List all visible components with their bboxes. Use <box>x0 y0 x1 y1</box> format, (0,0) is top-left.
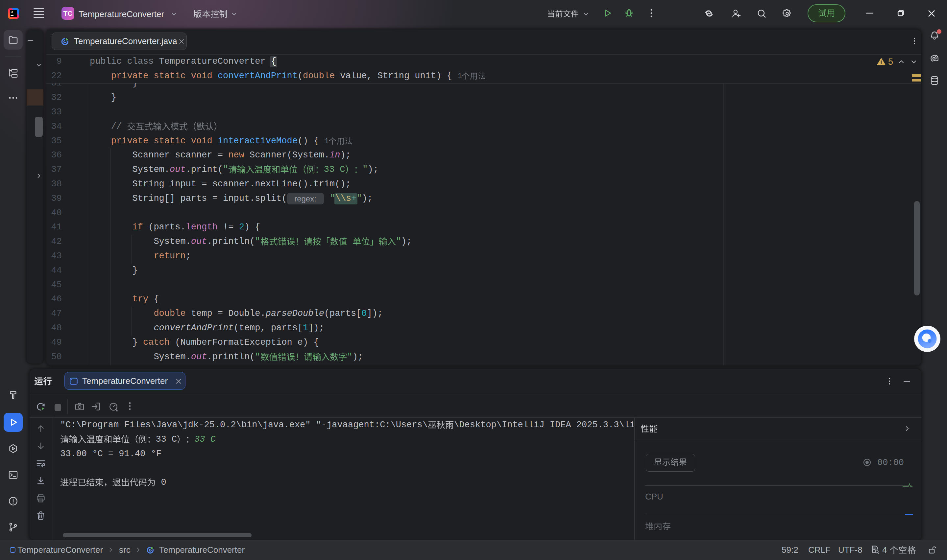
svg-text:IJ: IJ <box>11 11 13 14</box>
